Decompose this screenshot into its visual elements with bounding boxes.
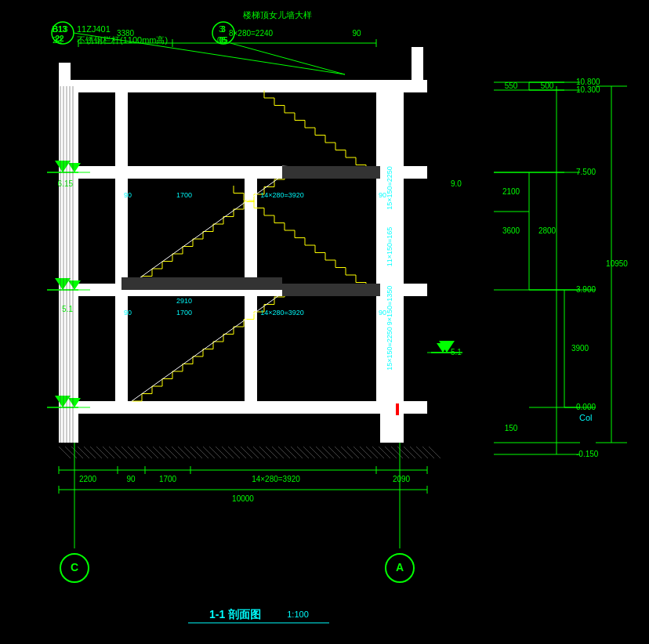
drawing-canvas: [0, 0, 649, 644]
